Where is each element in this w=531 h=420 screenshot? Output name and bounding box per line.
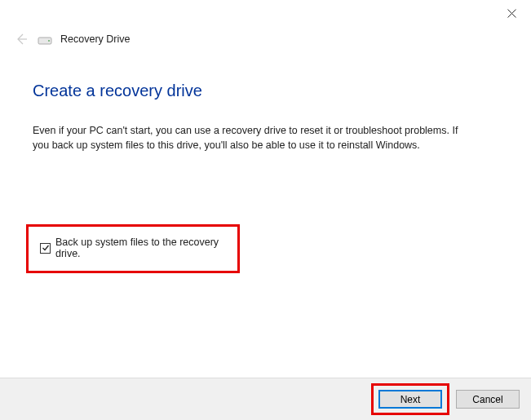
close-icon[interactable] [502, 3, 521, 23]
page-description: Even if your PC can't start, you can use… [33, 123, 465, 153]
page-heading: Create a recovery drive [33, 82, 498, 100]
backup-checkbox-row[interactable]: Back up system files to the recovery dri… [40, 237, 226, 259]
wizard-header: Recovery Drive [0, 26, 531, 52]
cancel-button[interactable]: Cancel [456, 390, 520, 409]
backup-checkbox-label: Back up system files to the recovery dri… [55, 237, 226, 259]
checkbox-icon[interactable] [40, 243, 51, 254]
content-area: Create a recovery drive Even if your PC … [0, 52, 531, 153]
drive-icon [38, 34, 52, 44]
next-button-highlight: Next [371, 383, 449, 415]
header-title: Recovery Drive [60, 33, 130, 45]
titlebar [0, 0, 531, 26]
svg-point-4 [48, 40, 50, 42]
backup-checkbox-highlight: Back up system files to the recovery dri… [26, 224, 240, 273]
footer-bar: Next Cancel [0, 378, 531, 420]
next-button[interactable]: Next [378, 390, 442, 409]
back-arrow-icon [13, 31, 29, 47]
